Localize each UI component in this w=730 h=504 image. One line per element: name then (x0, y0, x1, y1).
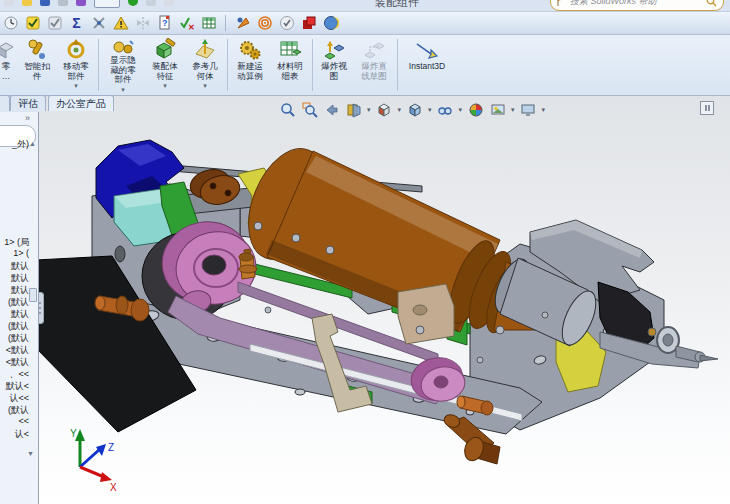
button-label: 细表 (282, 72, 299, 82)
commandmanager-tab-strip: 评估 办公室产品 (0, 95, 730, 112)
command-separator (98, 39, 99, 91)
exploded-view-icon (322, 38, 346, 62)
reference-geometry-icon (193, 38, 217, 62)
instant3d-button[interactable]: Instant3D (400, 35, 454, 95)
print-icon[interactable] (58, 0, 68, 6)
button-label: 件 (33, 72, 42, 82)
triad-y-label: Y (70, 428, 77, 439)
assembly-model (38, 95, 730, 504)
tools-toolbar: Σ ? ✕ (0, 12, 730, 35)
rings-icon[interactable] (256, 15, 273, 32)
svg-text:?: ? (162, 18, 168, 28)
rebuild-icon[interactable] (128, 0, 138, 6)
red-squares-icon[interactable] (300, 15, 317, 32)
tab-label: 评估 (18, 97, 38, 111)
button-label: 动算例 (237, 72, 263, 82)
feature-tree-panel: » ▲ _外) 1> (局 1> ( 默认 默认 默认 (默认 默认 (默认 (… (0, 112, 39, 504)
chevron-down-icon[interactable]: ▾ (203, 82, 207, 90)
button-label: Instant3D (409, 62, 445, 72)
quick-access-toolbar: 装配组件 搜索 SolidWorks 帮助 (0, 0, 730, 12)
options-icon[interactable] (146, 0, 156, 6)
tree-item[interactable]: _外) (12, 138, 29, 151)
search-placeholder: 搜索 SolidWorks 帮助 (570, 0, 701, 8)
symmetry-icon[interactable] (134, 15, 151, 32)
bill-of-materials-icon (278, 38, 302, 62)
undo-icon[interactable] (76, 0, 86, 6)
tab-label: 办公室产品 (56, 97, 106, 111)
button-label: 部件 (115, 75, 132, 85)
move-component-icon (64, 38, 88, 62)
button-label: 何体 (197, 72, 214, 82)
tree-item[interactable]: 认< (15, 428, 29, 441)
svg-text:✕: ✕ (188, 23, 195, 31)
coordinate-triad: Z X Y (58, 425, 122, 495)
graphics-viewport[interactable]: ▾ ▾ ▾ ▾ ▾ ▾ Z X Y (38, 95, 730, 504)
triad-z-label: Z (108, 442, 114, 453)
button-label: … (2, 72, 11, 82)
command-separator (227, 39, 228, 91)
beige-block[interactable] (398, 284, 454, 344)
search-flag-icon (557, 0, 565, 6)
checked-box-yellow-icon[interactable] (24, 15, 41, 32)
excel-table-icon[interactable] (200, 15, 217, 32)
solidworks-window: ▾ ▾ ▾ ▾ ▾ ▾ Z X Y (0, 0, 730, 504)
select-tool-icon[interactable] (94, 0, 120, 8)
checked-box-gray-icon[interactable] (46, 15, 63, 32)
show-hidden-components-button[interactable]: 显示隐 藏的零 部件 ▾ (101, 35, 145, 95)
search-icon[interactable] (706, 0, 717, 7)
chevron-down-icon[interactable]: ▾ (163, 82, 167, 90)
insert-component-icon (0, 38, 17, 62)
search-box[interactable]: 搜索 SolidWorks 帮助 (550, 0, 724, 11)
reference-geometry-button[interactable]: 参考几 何体 ▾ (185, 35, 225, 95)
smart-fasteners-button[interactable]: 智能扣 件 (18, 35, 56, 95)
button-label: 图 (330, 72, 339, 82)
exploded-view-button[interactable]: 爆炸视 图 (315, 35, 353, 95)
window-title: 装配组件 (332, 0, 462, 10)
help-document-icon[interactable]: ? (156, 15, 173, 32)
open-file-icon[interactable] (22, 0, 32, 6)
toolbar-separator (225, 15, 226, 31)
move-component-button[interactable]: 移动零 部件 ▾ (56, 35, 96, 95)
tab-office-products[interactable]: 办公室产品 (48, 95, 114, 111)
new-motion-study-icon (238, 38, 262, 62)
tree-item[interactable]: 1> ( (13, 248, 29, 258)
quick-access-icons (4, 0, 174, 8)
tab-partial[interactable] (0, 95, 10, 111)
trim-icon[interactable] (90, 15, 107, 32)
tree-item[interactable]: << (18, 416, 29, 426)
render-tools-icon[interactable] (234, 15, 251, 32)
scroll-up-icon[interactable]: ▲ (29, 140, 36, 147)
smart-fasteners-icon (25, 38, 49, 62)
button-label: 部件 (68, 72, 85, 82)
expand-panel-icon[interactable]: » (25, 113, 30, 123)
sphere-icon[interactable] (322, 15, 339, 32)
save-icon[interactable] (40, 0, 50, 6)
tab-evaluate[interactable]: 评估 (10, 95, 46, 111)
tree-scrollbar-handle[interactable] (29, 288, 37, 302)
check-circle-icon[interactable] (278, 15, 295, 32)
chevron-down-icon[interactable]: ▾ (121, 86, 125, 94)
assembly-features-button[interactable]: 装配体 特征 ▾ (145, 35, 185, 95)
verify-check-icon[interactable]: ✕ (178, 15, 195, 32)
scroll-down-icon[interactable]: ▼ (27, 450, 34, 457)
instant3d-icon (414, 38, 440, 62)
new-motion-study-button[interactable]: 新建运 动算例 (230, 35, 270, 95)
triad-x-label: X (110, 482, 117, 493)
command-separator (397, 39, 398, 91)
sigma-icon[interactable]: Σ (68, 15, 85, 32)
insert-component-button[interactable]: 零 … (0, 35, 18, 95)
clock-icon[interactable] (2, 15, 19, 32)
new-file-icon[interactable] (4, 0, 14, 6)
button-label: 特征 (157, 72, 174, 82)
assembly-features-icon (153, 38, 177, 62)
explode-line-sketch-button[interactable]: 爆炸直 线草图 (353, 35, 395, 95)
warning-triangle-icon[interactable] (112, 15, 129, 32)
show-hidden-components-icon (111, 38, 135, 56)
sheet-icon[interactable] (164, 0, 174, 6)
bill-of-materials-button[interactable]: 材料明 细表 (270, 35, 310, 95)
explode-line-sketch-icon (362, 38, 386, 62)
button-label: 线草图 (361, 72, 387, 82)
chevron-down-icon[interactable]: ▾ (74, 82, 78, 90)
command-manager: 零 … 智能扣 件 移动零 部件 ▾ 显示隐 藏的零 部件 ▾ 装配体 特征 ▾ (0, 35, 730, 96)
command-separator (312, 39, 313, 91)
